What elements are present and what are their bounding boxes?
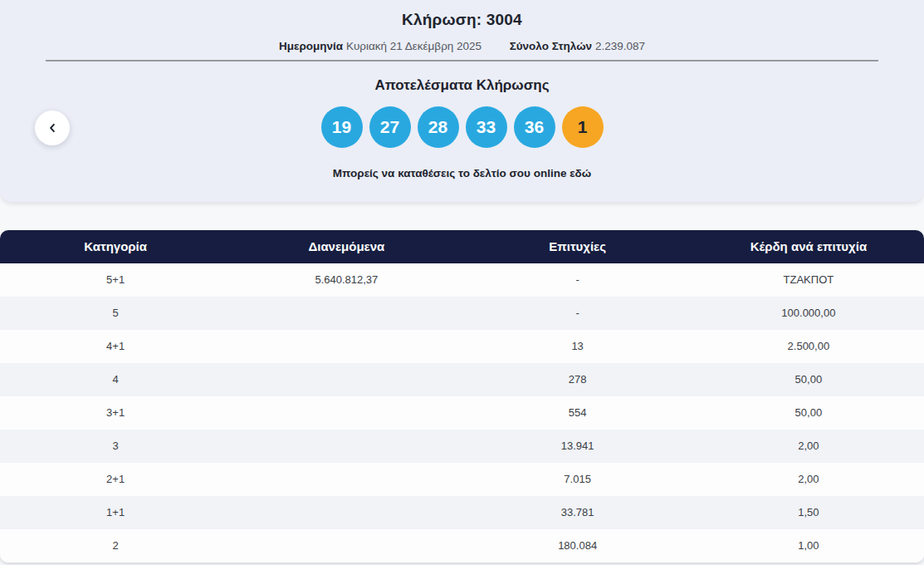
cell-distributed: 5.640.812,37 — [231, 263, 462, 297]
chevron-left-icon — [45, 120, 60, 135]
cell-winners: - — [462, 297, 693, 330]
date-value: Κυριακή 21 Δεκέμβρη 2025 — [346, 40, 482, 52]
page-title: Κλήρωση: 3004 — [0, 11, 924, 29]
table-row: 2+1 7.015 2,00 — [0, 463, 924, 496]
cell-winners: 554 — [462, 396, 693, 430]
cell-payout: 2.500,00 — [693, 330, 924, 363]
cell-category: 2+1 — [0, 463, 231, 496]
table-row: 4 278 50,00 — [0, 363, 924, 396]
winning-numbers: 19272833361 — [0, 106, 924, 148]
draw-label: Κλήρωση: — [402, 11, 482, 28]
draw-results-card: Κλήρωση: 3004 Ημερομηνία Κυριακή 21 Δεκέ… — [0, 0, 924, 202]
prize-table: Κατηγορία Διανεμόμενα Επιτυχίες Κέρδη αν… — [0, 230, 924, 563]
table-row: 3 13.941 2,00 — [0, 430, 924, 463]
number-ball: 36 — [514, 106, 555, 148]
cell-category: 5+1 — [0, 263, 231, 297]
cell-category: 4+1 — [0, 330, 231, 363]
cell-payout: ΤΖΑΚΠΟΤ — [693, 263, 924, 297]
date-label: Ημερομηνία — [279, 40, 343, 52]
cell-category: 1+1 — [0, 496, 231, 529]
cell-winners: 180.084 — [462, 529, 693, 563]
previous-draw-button[interactable] — [35, 111, 70, 145]
cell-category: 3+1 — [0, 396, 231, 430]
table-body: 5+1 5.640.812,37 - ΤΖΑΚΠΟΤ 5 - 100.000,0… — [0, 263, 924, 563]
horizontal-divider — [46, 60, 878, 61]
note-link[interactable]: online εδώ — [534, 167, 592, 179]
table-row: 2 180.084 1,00 — [0, 529, 924, 563]
cell-payout: 1,50 — [693, 496, 924, 529]
cell-winners: 13 — [462, 330, 693, 363]
cell-payout: 2,00 — [693, 463, 924, 496]
draw-number: 3004 — [486, 11, 522, 28]
header-category: Κατηγορία — [0, 230, 231, 263]
cell-payout: 2,00 — [693, 430, 924, 463]
cell-payout: 50,00 — [693, 363, 924, 396]
cell-payout: 1,00 — [693, 529, 924, 563]
columns-value: 2.239.087 — [595, 40, 645, 52]
cell-category: 4 — [0, 363, 231, 396]
cell-winners: 278 — [462, 363, 693, 396]
results-heading: Αποτελέσματα Κλήρωσης — [0, 77, 924, 94]
table-header-row: Κατηγορία Διανεμόμενα Επιτυχίες Κέρδη αν… — [0, 230, 924, 263]
table-row: 4+1 13 2.500,00 — [0, 330, 924, 363]
cell-winners: 33.781 — [462, 496, 693, 529]
table-row: 5+1 5.640.812,37 - ΤΖΑΚΠΟΤ — [0, 263, 924, 297]
table-row: 5 - 100.000,00 — [0, 297, 924, 330]
online-bet-note: Μπορείς να καταθέσεις το δελτίο σου onli… — [0, 167, 924, 179]
columns-label: Σύνολο Στηλών — [510, 40, 592, 52]
table-row: 1+1 33.781 1,50 — [0, 496, 924, 529]
cell-category: 2 — [0, 529, 231, 563]
header-distributed: Διανεμόμενα — [231, 230, 462, 263]
cell-category: 5 — [0, 297, 231, 330]
number-ball: 27 — [369, 106, 411, 148]
cell-winners: 7.015 — [462, 463, 693, 496]
header-winners: Επιτυχίες — [462, 230, 693, 263]
table-row: 3+1 554 50,00 — [0, 396, 924, 430]
cell-winners: - — [462, 263, 693, 297]
number-ball: 19 — [321, 106, 363, 148]
cell-winners: 13.941 — [462, 430, 693, 463]
cell-payout: 100.000,00 — [693, 297, 924, 330]
number-ball: 28 — [418, 106, 459, 148]
cell-payout: 50,00 — [693, 396, 924, 430]
cell-category: 3 — [0, 430, 231, 463]
note-text: Μπορείς να καταθέσεις το δελτίο σου — [333, 167, 530, 179]
draw-meta: Ημερομηνία Κυριακή 21 Δεκέμβρη 2025 Σύνο… — [0, 40, 924, 52]
joker-ball: 1 — [562, 106, 604, 148]
number-ball: 33 — [466, 106, 507, 148]
header-payout: Κέρδη ανά επιτυχία — [693, 230, 924, 263]
